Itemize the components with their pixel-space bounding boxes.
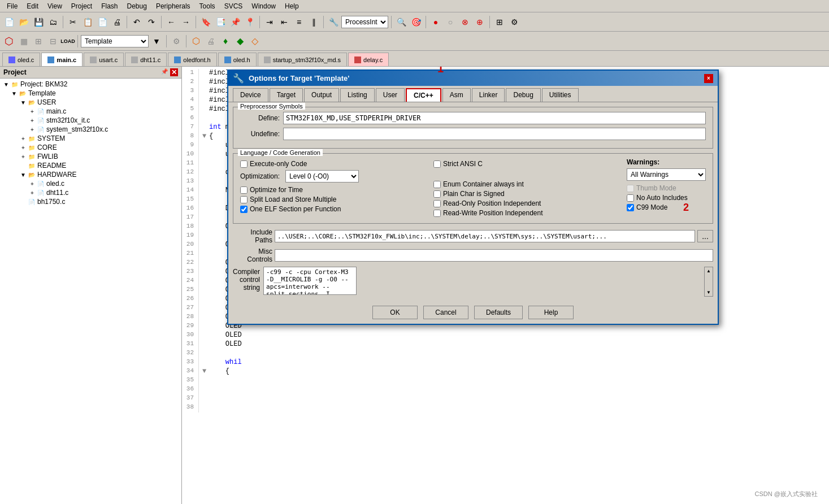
tree-user[interactable]: ▼ 📂 USER <box>1 98 180 107</box>
one-elf-checkbox[interactable] <box>240 206 248 213</box>
menu-edit[interactable]: Edit <box>22 1 43 11</box>
tree-readme[interactable]: 📁 README <box>1 161 180 170</box>
tab-asm[interactable]: Asm <box>442 88 471 102</box>
include-paths-browse-btn[interactable]: ... <box>697 230 713 242</box>
read-only-checkbox[interactable] <box>433 200 441 207</box>
settings-btn[interactable]: ⚙ <box>507 15 521 29</box>
bookmark4-btn[interactable]: 📍 <box>243 15 257 29</box>
run-btn[interactable]: ⚙ <box>170 34 183 48</box>
compiler-scrollbar[interactable]: ▲ ▼ <box>704 267 713 297</box>
tab-utilities[interactable]: Utilities <box>542 88 579 102</box>
expand-icon[interactable]: + <box>19 145 27 151</box>
defaults-button[interactable]: Defaults <box>474 306 523 319</box>
thumb-mode-checkbox[interactable] <box>627 185 634 192</box>
expand-icon[interactable]: ▼ <box>19 172 27 178</box>
execute-only-checkbox[interactable] <box>240 160 248 168</box>
outdent-btn[interactable]: ⇤ <box>277 15 291 29</box>
expand-icon[interactable]: + <box>19 154 27 160</box>
tree-main-c[interactable]: + 📄 main.c <box>1 107 180 116</box>
tree-template[interactable]: ▼ 📂 Template <box>1 89 180 98</box>
open-btn[interactable]: 📂 <box>17 15 31 29</box>
manage-btn[interactable]: ⊞ <box>32 34 45 48</box>
comment-btn[interactable]: ∥ <box>307 15 320 29</box>
template-select[interactable]: Template <box>81 35 149 47</box>
tree-project-root[interactable]: ▼ 📁 Project: BKM32 <box>1 80 180 89</box>
save-all-btn[interactable]: 🗂 <box>46 15 60 29</box>
tab-device[interactable]: Device <box>233 88 268 102</box>
menu-peripherals[interactable]: Peripherals <box>151 1 195 11</box>
stop-btn[interactable]: ⊗ <box>458 15 472 29</box>
processint-btn[interactable]: 🔧 <box>327 15 340 29</box>
plain-char-checkbox[interactable] <box>433 190 441 198</box>
tree-system-stm32[interactable]: + 📄 system_stm32f10x.c <box>1 125 180 134</box>
bookmark-btn[interactable]: 🔖 <box>199 15 212 29</box>
scroll-up-icon[interactable]: ▲ <box>706 268 711 273</box>
scroll-down-icon[interactable]: ▼ <box>706 290 711 295</box>
menu-debug[interactable]: Debug <box>123 1 151 11</box>
dropdown-arrow-btn[interactable]: ▼ <box>150 34 163 48</box>
tab-linker[interactable]: Linker <box>472 88 505 102</box>
processint-select[interactable]: ProcessInt <box>341 16 388 28</box>
pin-icon[interactable]: 📌 <box>161 68 168 76</box>
menu-view[interactable]: View <box>43 1 67 11</box>
expand-icon[interactable]: + <box>28 190 36 196</box>
strict-ansi-checkbox[interactable] <box>433 160 441 168</box>
install-btn[interactable]: ⊟ <box>46 34 60 48</box>
copy2-btn[interactable]: ⬡ <box>189 34 203 48</box>
options-btn[interactable]: 🖨 <box>204 34 218 48</box>
expand-icon[interactable]: + <box>28 181 36 187</box>
optimization-select[interactable]: Level 0 (-O0)Level 1 (-O1)Level 2 (-O2)L… <box>285 170 359 183</box>
flash-btn[interactable]: ⊕ <box>473 15 487 29</box>
bookmark3-btn[interactable]: 📌 <box>228 15 242 29</box>
menu-help[interactable]: Help <box>280 1 303 11</box>
grid-btn[interactable]: ⊞ <box>493 15 506 29</box>
expand-icon[interactable]: + <box>28 118 36 124</box>
expand-icon[interactable]: ▼ <box>19 99 27 106</box>
format-btn[interactable]: ≡ <box>292 15 306 29</box>
close-panel-btn[interactable]: ✕ <box>170 68 178 76</box>
expand-icon[interactable]: + <box>28 108 36 115</box>
tab-oled-h[interactable]: oled.h <box>218 53 257 66</box>
print-btn[interactable]: 🖨 <box>110 15 124 29</box>
green2-btn[interactable]: ◆ <box>233 34 247 48</box>
include-paths-input[interactable] <box>275 230 695 242</box>
c99-mode-checkbox[interactable] <box>627 204 634 211</box>
new-file-btn[interactable]: 📄 <box>2 15 16 29</box>
tree-core[interactable]: + 📁 CORE <box>1 143 180 152</box>
build-btn[interactable]: ● <box>429 15 442 29</box>
menu-flash[interactable]: Flash <box>97 1 122 11</box>
tree-hardware[interactable]: ▼ 📂 HARDWARE <box>1 170 180 179</box>
expand-icon[interactable]: + <box>19 136 27 142</box>
menu-svcs[interactable]: SVCS <box>220 1 248 11</box>
tab-delay-c[interactable]: delay.c <box>348 53 389 66</box>
green1-btn[interactable]: ♦ <box>219 34 232 48</box>
tab-startup[interactable]: startup_stm32f10x_md.s <box>258 53 347 66</box>
tree-fwlib[interactable]: + 📁 FWLIB <box>1 152 180 161</box>
split-load-checkbox[interactable] <box>240 196 248 203</box>
menu-tools[interactable]: Tools <box>195 1 220 11</box>
redo-btn[interactable]: ↷ <box>145 15 158 29</box>
cancel-button[interactable]: Cancel <box>423 306 468 319</box>
dialog-close-btn[interactable]: × <box>704 74 713 83</box>
optimize-time-checkbox[interactable] <box>240 186 248 194</box>
expand-icon[interactable]: ▼ <box>2 81 10 88</box>
tab-oled-c[interactable]: oled.c <box>2 53 40 66</box>
paste-btn[interactable]: 📄 <box>96 15 109 29</box>
bookmark2-btn[interactable]: 📑 <box>214 15 227 29</box>
load-btn[interactable]: LOAD <box>61 34 75 48</box>
tab-dht11-c[interactable]: dht11.c <box>125 53 167 66</box>
forward-btn[interactable]: → <box>179 15 193 29</box>
ok-button[interactable]: OK <box>372 306 418 319</box>
no-auto-checkbox[interactable] <box>627 194 634 202</box>
tab-oledfont-h[interactable]: oledfont.h <box>168 53 216 66</box>
expand-icon[interactable]: ▼ <box>10 90 18 97</box>
tab-output[interactable]: Output <box>304 88 339 102</box>
indent-btn[interactable]: ⇥ <box>263 15 276 29</box>
warnings-select[interactable]: All WarningsNo WarningsUnspecified <box>627 168 706 181</box>
cut-btn[interactable]: ✂ <box>66 15 80 29</box>
menu-file[interactable]: File <box>2 1 22 11</box>
tab-user[interactable]: User <box>376 88 405 102</box>
tab-cpp[interactable]: C/C++ <box>406 88 441 102</box>
orange-btn[interactable]: ◇ <box>248 34 262 48</box>
tree-oled-c[interactable]: + 📄 oled.c <box>1 179 180 188</box>
